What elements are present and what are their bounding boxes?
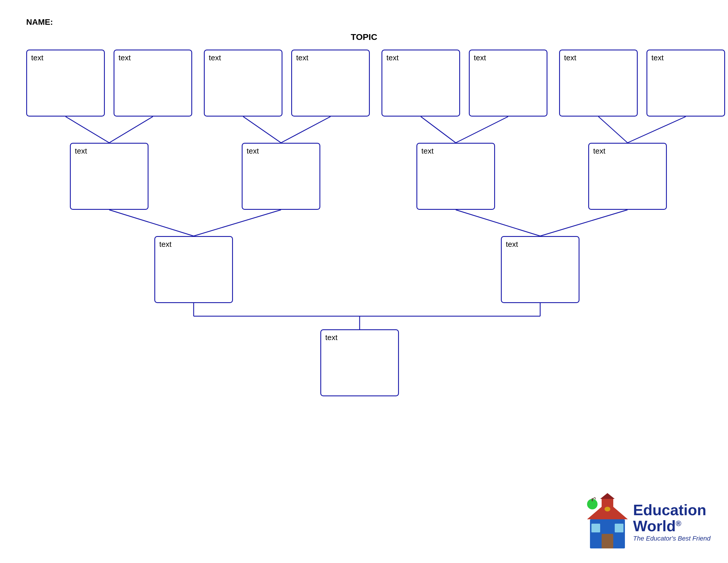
svg-marker-20 <box>600 493 615 499</box>
box-b1[interactable]: text <box>26 50 105 116</box>
box-b12[interactable]: text <box>588 143 667 210</box>
svg-rect-24 <box>615 524 623 532</box>
schoolhouse-icon <box>584 493 631 551</box>
education-world-logo: Education World® The Educator's Best Fri… <box>584 493 711 551</box>
svg-rect-23 <box>591 524 600 532</box>
name-label: NAME: <box>26 17 53 27</box>
svg-line-8 <box>109 210 194 236</box>
svg-line-10 <box>456 210 540 236</box>
box-b14[interactable]: text <box>501 236 579 303</box>
svg-line-5 <box>456 116 508 143</box>
box-b9[interactable]: text <box>70 143 149 210</box>
box-b5[interactable]: text <box>381 50 460 116</box>
svg-line-7 <box>628 116 686 143</box>
box-b8[interactable]: text <box>646 50 725 116</box>
box-b6[interactable]: text <box>469 50 547 116</box>
svg-point-21 <box>605 507 610 511</box>
svg-line-6 <box>598 116 628 143</box>
svg-rect-22 <box>602 534 613 548</box>
svg-line-2 <box>243 116 281 143</box>
svg-line-4 <box>421 116 456 143</box>
svg-line-3 <box>281 116 331 143</box>
box-b10[interactable]: text <box>242 143 320 210</box>
edu-tagline: The Educator's Best Friend <box>633 535 711 542</box>
box-b13[interactable]: text <box>154 236 233 303</box>
svg-line-0 <box>66 116 109 143</box>
box-b11[interactable]: text <box>416 143 495 210</box>
box-b2[interactable]: text <box>114 50 192 116</box>
svg-rect-26 <box>592 498 593 501</box>
svg-line-11 <box>540 210 628 236</box>
svg-line-9 <box>194 210 281 236</box>
box-b15[interactable]: text <box>320 329 399 396</box>
box-b3[interactable]: text <box>204 50 282 116</box>
topic-label: TOPIC <box>351 32 377 42</box>
box-b7[interactable]: text <box>559 50 638 116</box>
box-b4[interactable]: text <box>291 50 370 116</box>
svg-line-1 <box>109 116 153 143</box>
edu-brand-text: Education World® <box>633 502 706 534</box>
